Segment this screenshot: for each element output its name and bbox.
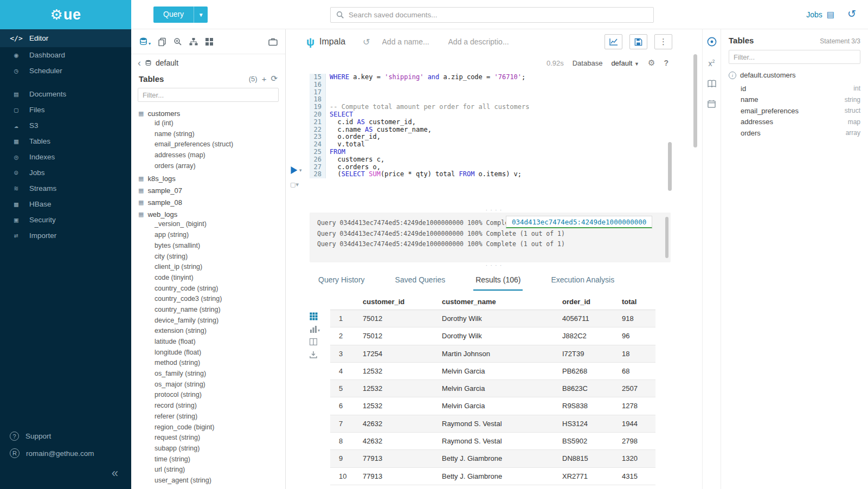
result-row[interactable]: 977913Betty J. GiambroneDN88151320 <box>330 450 655 467</box>
assist-column[interactable]: subapp (string) <box>138 445 285 455</box>
jobs-link[interactable]: Jobs ▤ <box>806 0 834 29</box>
assist-table-sample-07[interactable]: ▦sample_07 <box>138 184 285 196</box>
right-column-addresses[interactable]: addressesmap <box>729 117 860 128</box>
assist-column[interactable]: referer (string) <box>138 413 285 423</box>
assist-column[interactable]: client_ip (string) <box>138 263 285 274</box>
assist-column[interactable]: latitude (float) <box>138 338 285 349</box>
assistant-compass-icon[interactable] <box>707 37 717 47</box>
assist-column[interactable]: time (string) <box>138 455 285 466</box>
chart-view-icon[interactable]: ▾ <box>310 326 320 333</box>
assist-table-customers[interactable]: ▦customers <box>138 107 285 119</box>
sidebar-item-scheduler[interactable]: ◷Scheduler <box>0 63 131 79</box>
columns-view-icon[interactable] <box>310 338 317 345</box>
results-column-header[interactable]: customer_id <box>357 294 436 310</box>
refresh-icon[interactable]: ⟳ <box>271 74 278 83</box>
briefcase-icon[interactable] <box>268 37 278 46</box>
sidebar-item-security[interactable]: ▣Security <box>0 212 131 228</box>
assist-column[interactable]: record (string) <box>138 402 285 413</box>
sidebar-item-user[interactable]: R romain@gethue.com <box>0 445 131 462</box>
sidebar-item-hbase[interactable]: ▩HBase <box>0 196 131 212</box>
assist-column[interactable]: region_code (bigint) <box>138 423 285 434</box>
assist-column[interactable]: os_family (string) <box>138 370 285 381</box>
grid-view-icon[interactable] <box>310 312 318 320</box>
results-column-header[interactable] <box>330 294 357 310</box>
result-row[interactable]: 512532Melvin GarciaB8623C2507 <box>330 380 655 397</box>
assist-column[interactable]: os_major (string) <box>138 381 285 391</box>
assist-column[interactable]: country_code (string) <box>138 285 285 295</box>
sidebar-item-documents[interactable]: ▤Documents <box>0 86 131 102</box>
right-filter-input[interactable] <box>729 50 860 64</box>
assist-column[interactable]: email_preferences (struct) <box>138 140 285 151</box>
result-row[interactable]: 275012Dorothy WilkJ882C296 <box>330 327 655 345</box>
save-button[interactable] <box>629 34 647 49</box>
databases-source-icon[interactable]: ▾ <box>139 37 151 46</box>
sidebar-item-indexes[interactable]: ◎Indexes <box>0 149 131 165</box>
resize-handle-bottom[interactable] <box>286 262 702 268</box>
sidebar-collapse-button[interactable]: « <box>0 462 131 486</box>
code-editor[interactable]: 15WHERE a.key = 'shipping' and a.zip_cod… <box>310 74 671 207</box>
right-column-orders[interactable]: ordersarray <box>729 127 860 139</box>
assist-column[interactable]: protocol (string) <box>138 391 285 402</box>
query-name-input[interactable] <box>382 37 436 46</box>
result-row[interactable]: 842632Raymond S. VestalBS59022798 <box>330 433 655 450</box>
results-column-header[interactable]: total <box>616 294 655 310</box>
sidebar-item-files[interactable]: ▢Files <box>0 102 131 118</box>
assist-column[interactable]: country_name (string) <box>138 306 285 317</box>
functions-icon[interactable]: x2 <box>708 59 715 68</box>
assist-column[interactable]: extension (string) <box>138 327 285 338</box>
assist-column[interactable]: method (string) <box>138 359 285 370</box>
right-column-id[interactable]: idint <box>729 83 860 94</box>
assist-column[interactable]: addresses (map) <box>138 151 285 162</box>
assist-column[interactable]: name (string) <box>138 130 285 141</box>
sidebar-item-streams[interactable]: ≋Streams <box>0 181 131 196</box>
language-reference-book-icon[interactable] <box>708 80 716 88</box>
assist-column[interactable]: bytes (smallint) <box>138 242 285 253</box>
schedule-calendar-icon[interactable] <box>708 100 716 108</box>
assist-column[interactable]: longitude (float) <box>138 349 285 359</box>
results-column-header[interactable]: order_id <box>557 294 616 310</box>
assist-table-k8s-logs[interactable]: ▦k8s_logs <box>138 172 285 184</box>
log-scrollbar[interactable] <box>665 217 668 258</box>
tab-results-106[interactable]: Results (106) <box>473 272 523 291</box>
breadcrumb-database[interactable]: default <box>156 59 178 67</box>
sidebar-item-dashboard[interactable]: ◉Dashboard <box>0 47 131 63</box>
sidebar-item-support[interactable]: ? Support <box>0 428 131 445</box>
resize-handle-top[interactable] <box>286 207 702 213</box>
chevron-left-icon[interactable]: ‹ <box>138 58 141 68</box>
search-input[interactable] <box>349 11 648 19</box>
sidebar-item-editor[interactable]: </>Editor <box>0 29 131 47</box>
assist-column[interactable]: id (int) <box>138 119 285 130</box>
assist-column[interactable]: user_agent (string) <box>138 477 285 486</box>
query-description-input[interactable] <box>448 37 512 46</box>
assist-filter-input[interactable] <box>138 88 279 102</box>
job-id-tooltip[interactable]: 034d413ec7474ed5:4249de1000000000 <box>506 216 652 228</box>
assist-column[interactable]: orders (array) <box>138 162 285 173</box>
execute-button[interactable]: ▾ <box>290 166 302 175</box>
download-icon[interactable] <box>310 351 317 358</box>
apps-grid-icon[interactable] <box>205 37 214 46</box>
assist-column[interactable]: _version_ (bigint) <box>138 220 285 231</box>
right-column-email-preferences[interactable]: email_preferencesstruct <box>729 105 860 117</box>
chart-button[interactable] <box>605 34 622 49</box>
result-row[interactable]: 175012Dorothy Wilk4056711918 <box>330 310 655 327</box>
more-actions-button[interactable]: ⋮ <box>654 34 672 49</box>
sidebar-item-s3[interactable]: ☁S3 <box>0 118 131 133</box>
assist-column[interactable]: country_code3 (string) <box>138 295 285 306</box>
sidebar-item-jobs[interactable]: ⊙Jobs <box>0 165 131 181</box>
add-table-icon[interactable]: + <box>262 74 267 83</box>
query-dropdown-caret-icon[interactable]: ▼ <box>194 7 208 23</box>
assist-column[interactable]: url (string) <box>138 466 285 477</box>
settings-gear-icon[interactable]: ⚙ <box>648 58 655 68</box>
sitemap-icon[interactable] <box>189 37 198 46</box>
active-table-row[interactable]: i default.customers <box>729 71 860 79</box>
assist-column[interactable]: request (string) <box>138 434 285 445</box>
results-column-header[interactable]: customer_name <box>436 294 557 310</box>
result-row[interactable]: 1077913Betty J. GiambroneXR27714315 <box>330 468 655 485</box>
database-selector[interactable]: default ▼ <box>611 59 639 67</box>
search-zoom-icon[interactable] <box>173 37 182 46</box>
hue-logo[interactable]: ⚙ ue <box>0 0 131 29</box>
result-row[interactable]: 412532Melvin GarciaPB626868 <box>330 363 655 380</box>
assist-column[interactable]: code (tinyint) <box>138 274 285 285</box>
assist-column[interactable]: city (string) <box>138 253 285 263</box>
result-row[interactable]: 742632Raymond S. VestalHS31241944 <box>330 415 655 433</box>
